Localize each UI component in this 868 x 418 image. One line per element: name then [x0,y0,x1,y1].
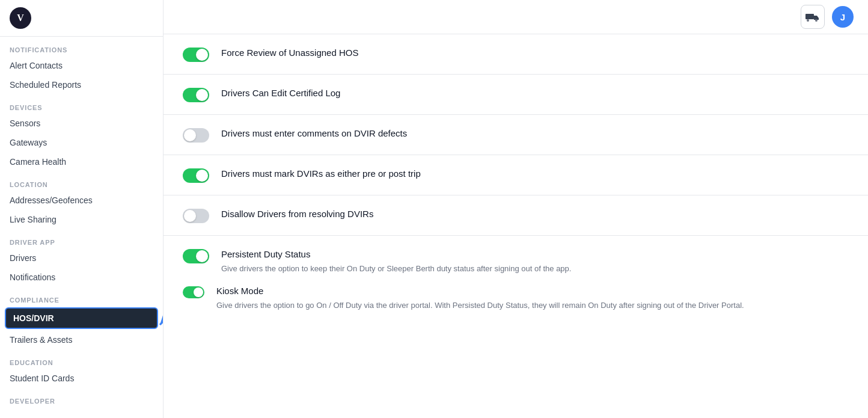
toggle-persistent-duty[interactable] [183,249,209,263]
sidebar-item-sensors[interactable]: Sensors [0,114,163,133]
sidebar-item-drivers[interactable]: Drivers [0,248,163,268]
section-label-notifications: NOTIFICATIONS [0,37,163,56]
setting-row-dvir-pre-post: Drivers must mark DVIRs as either pre or… [164,155,868,195]
svg-point-4 [807,19,809,22]
section-label-driver-app: DRIVER APP [0,229,163,248]
toggle-dvir-comments[interactable] [183,128,209,143]
section-label-compliance: COMPLIANCE [0,287,163,306]
sidebar-item-live-sharing[interactable]: Live Sharing [0,210,163,229]
setting-row-kiosk-mode: Kiosk Mode Give drivers the option to go… [164,277,868,324]
setting-title-persistent-duty: Persistent Duty Status [221,248,849,260]
toggle-kiosk-mode[interactable] [183,286,204,298]
toggle-knob [196,250,208,262]
setting-desc-kiosk-mode: Give drivers the option to go On / Off D… [216,300,849,312]
toggle-knob [196,49,208,61]
setting-row-force-review-hos: Force Review of Unassigned HOS [164,34,868,75]
sidebar-item-alert-contacts[interactable]: Alert Contacts [0,56,163,75]
logo-area: V [0,0,163,37]
toggle-knob [194,287,203,297]
sidebar-item-hos-dvir[interactable]: HOS/DVIR [5,307,158,329]
setting-row-drivers-edit-log: Drivers Can Edit Certified Log [164,75,868,115]
setting-title-dvir-comments: Drivers must enter comments on DVIR defe… [221,127,849,140]
setting-row-dvir-comments: Drivers must enter comments on DVIR defe… [164,115,868,155]
truck-icon-button[interactable] [801,5,825,29]
setting-desc-persistent-duty: Give drivers the option to keep their On… [221,263,849,275]
topbar: J [164,0,868,34]
toggle-knob [184,210,196,222]
sidebar-item-addresses-geofences[interactable]: Addresses/Geofences [0,191,163,210]
setting-row-persistent-duty: Persistent Duty Status Give drivers the … [164,236,868,277]
sidebar-item-student-id-cards[interactable]: Student ID Cards [0,369,163,388]
toggle-knob [196,170,208,182]
sidebar: V NOTIFICATIONS Alert Contacts Scheduled… [0,0,164,418]
user-avatar[interactable]: J [832,6,854,28]
settings-list: Force Review of Unassigned HOS Drivers C… [164,34,868,323]
setting-title-dvir-pre-post: Drivers must mark DVIRs as either pre or… [221,167,849,180]
svg-rect-3 [805,14,814,19]
toggle-force-review-hos[interactable] [183,48,209,62]
toggle-drivers-edit-log[interactable] [183,88,209,102]
setting-title-force-review-hos: Force Review of Unassigned HOS [221,46,849,59]
sidebar-item-notifications[interactable]: Notifications [0,268,163,287]
section-label-education: EDUCATION [0,349,163,369]
sidebar-item-gateways[interactable]: Gateways [0,133,163,152]
section-label-location: LOCATION [0,171,163,191]
setting-title-kiosk-mode: Kiosk Mode [216,284,849,297]
sidebar-item-scheduled-reports[interactable]: Scheduled Reports [0,75,163,94]
section-label-devices: DEVICES [0,94,163,114]
setting-title-disallow-resolve: Disallow Drivers from resolving DVIRs [221,207,849,220]
sidebar-item-trailers-assets[interactable]: Trailers & Assets [0,330,163,349]
main-content: J Force Review of Unassigned HOS Drivers… [164,0,868,418]
toggle-knob [196,89,208,101]
setting-row-disallow-resolve: Disallow Drivers from resolving DVIRs [164,195,868,236]
toggle-knob [184,129,196,141]
svg-text:V: V [17,13,24,23]
toggle-dvir-pre-post[interactable] [183,168,209,183]
sidebar-item-camera-health[interactable]: Camera Health [0,152,163,171]
setting-title-drivers-edit-log: Drivers Can Edit Certified Log [221,87,849,99]
toggle-disallow-resolve[interactable] [183,209,209,223]
app-logo: V [10,7,31,29]
section-label-developer: DEVELOPER [0,388,163,407]
svg-point-5 [815,19,818,22]
truck-icon [805,11,820,22]
